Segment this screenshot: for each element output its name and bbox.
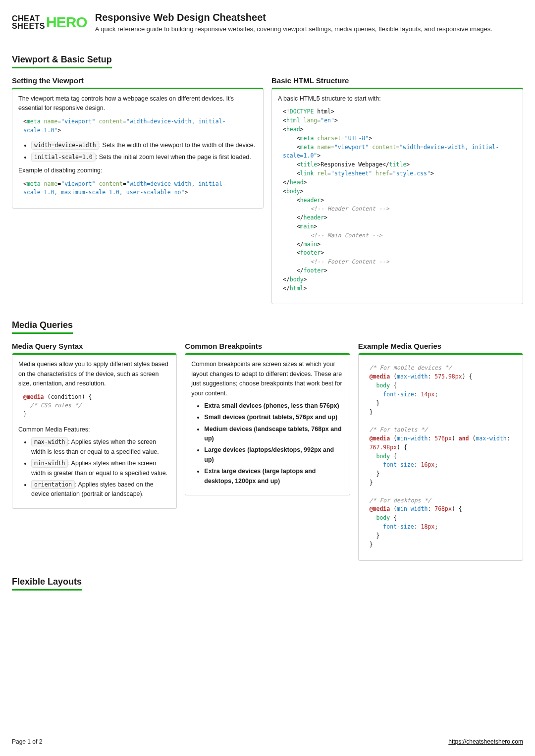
col-media-syntax: Media Query Syntax Media queries allow y…	[12, 342, 177, 508]
card-intro: A basic HTML5 structure to start with:	[278, 94, 517, 104]
inline-code: min-width	[31, 459, 68, 468]
bullet-list: Extra small devices (phones, less than 5…	[191, 401, 343, 486]
card-label: Example of disabling zooming:	[18, 166, 257, 175]
section-media-queries: Media Queries Media Query Syntax Media q…	[12, 308, 523, 560]
footer-link[interactable]: https://cheatsheetshero.com	[448, 738, 523, 745]
col-breakpoints: Common Breakpoints Common breakpoints ar…	[185, 342, 350, 495]
page-footer: Page 1 of 2 https://cheatsheetshero.com	[12, 738, 523, 745]
card: Common breakpoints are screen sizes at w…	[185, 353, 350, 495]
card-title: Media Query Syntax	[12, 342, 177, 350]
col-basic-html: Basic HTML Structure A basic HTML5 struc…	[271, 76, 523, 304]
card-intro: The viewport meta tag controls how a web…	[18, 94, 257, 113]
section-heading: Media Queries	[12, 320, 73, 334]
section-heading: Flexible Layouts	[12, 577, 82, 591]
page-header: CHEAT SHEETS HERO Responsive Web Design …	[12, 12, 523, 33]
code-block: <!DOCTYPE html> <html lang="en"> <head> …	[278, 107, 517, 294]
section-flexible-layouts: Flexible Layouts	[12, 565, 523, 594]
list-item: Extra large devices (large laptops and d…	[204, 467, 343, 486]
list-item: width=device-width: Sets the width of th…	[31, 141, 257, 150]
card-title: Setting the Viewport	[12, 76, 264, 85]
section-heading: Viewport & Basic Setup	[12, 54, 112, 68]
list-item: Small devices (portrait tablets, 576px a…	[204, 413, 343, 422]
card-intro: Common breakpoints are screen sizes at w…	[191, 360, 343, 398]
page-subtitle: A quick reference guide to building resp…	[95, 25, 492, 33]
list-item: Medium devices (landscape tablets, 768px…	[204, 425, 343, 444]
col-setting-viewport: Setting the Viewport The viewport meta t…	[12, 76, 264, 209]
inline-code: max-width	[31, 437, 68, 446]
page-indicator: Page 1 of 2	[12, 738, 42, 745]
code-block: /* For mobile devices */ @media (max-wid…	[365, 363, 517, 550]
card-title: Basic HTML Structure	[271, 76, 523, 85]
logo: CHEAT SHEETS HERO	[12, 14, 87, 31]
bullet-list: max-width: Applies styles when the scree…	[18, 437, 170, 499]
inline-code: orientation	[31, 480, 75, 489]
logo-text-left: CHEAT SHEETS	[12, 15, 45, 30]
list-item: min-width: Applies styles when the scree…	[31, 459, 170, 478]
list-item: Extra small devices (phones, less than 5…	[204, 401, 343, 411]
card-title: Common Breakpoints	[185, 342, 350, 350]
list-item: max-width: Applies styles when the scree…	[31, 437, 170, 457]
page-title: Responsive Web Design Cheatsheet	[95, 12, 492, 23]
list-item: initial-scale=1.0: Sets the initial zoom…	[31, 153, 257, 162]
title-block: Responsive Web Design Cheatsheet A quick…	[95, 12, 492, 33]
card: The viewport meta tag controls how a web…	[12, 88, 264, 209]
code-block: <meta name="viewport" content="width=dev…	[18, 179, 257, 199]
card: Media queries allow you to apply differe…	[12, 353, 177, 508]
logo-text-right: HERO	[46, 14, 87, 31]
code-block: <meta name="viewport" content="width=dev…	[18, 116, 257, 136]
card-label: Common Media Features:	[18, 425, 170, 434]
card: /* For mobile devices */ @media (max-wid…	[358, 353, 523, 560]
card-intro: Media queries allow you to apply differe…	[18, 360, 170, 388]
card-title: Example Media Queries	[358, 342, 523, 350]
list-item: Large devices (laptops/desktops, 992px a…	[204, 445, 343, 465]
list-item: orientation: Applies styles based on the…	[31, 480, 170, 499]
code-block: @media (condition) { /* CSS rules */ }	[18, 392, 170, 420]
inline-code: initial-scale=1.0	[31, 153, 96, 162]
bullet-list: width=device-width: Sets the width of th…	[18, 141, 257, 162]
inline-code: width=device-width	[31, 141, 99, 150]
section-viewport: Viewport & Basic Setup Setting the Viewp…	[12, 43, 523, 304]
col-example-queries: Example Media Queries /* For mobile devi…	[358, 342, 523, 560]
card: A basic HTML5 structure to start with: <…	[271, 88, 523, 304]
